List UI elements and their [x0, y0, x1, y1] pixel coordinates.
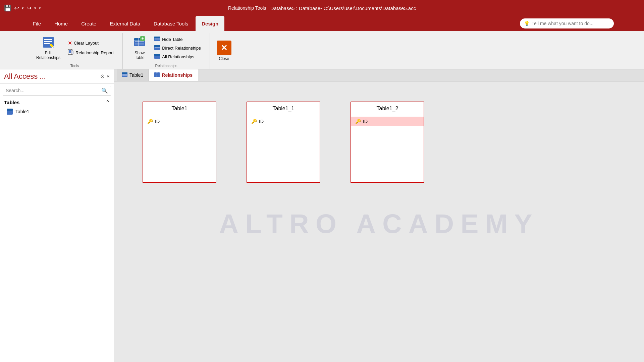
lightbulb-icon: 💡 [524, 21, 530, 26]
sidebar-menu-icon[interactable]: ⊙ [100, 73, 105, 79]
sidebar-item-table1[interactable]: Table1 [0, 107, 114, 116]
all-relationships-label: All Relationships [162, 54, 194, 59]
svg-rect-38 [122, 74, 127, 75]
db-table-table1-1[interactable]: Table1_1 🔑 ID [247, 102, 320, 183]
table1-1-id-field: ID [259, 119, 264, 124]
svg-rect-3 [44, 43, 50, 44]
ribbon-tab-create[interactable]: Create [75, 16, 102, 31]
show-table-button[interactable]: + ShowTable [129, 35, 150, 62]
table1-id-field: ID [155, 119, 160, 124]
sidebar: All Access ... ⊙ « 🔍 Tables ⌃ [0, 69, 114, 362]
tab-relationships[interactable]: Relationships [149, 69, 198, 81]
all-relationships-button[interactable]: All Relationships [152, 53, 203, 61]
ribbon-tab-database-tools[interactable]: Database Tools [148, 16, 194, 31]
direct-relationships-icon [154, 45, 160, 51]
svg-rect-12 [135, 41, 144, 42]
svg-rect-8 [69, 52, 71, 53]
svg-text:+: + [142, 36, 144, 41]
ribbon-tab-file[interactable]: File [27, 16, 47, 31]
svg-rect-39 [122, 75, 127, 76]
db-table-table1-2[interactable]: Table1_2 🔑 ID [351, 102, 424, 183]
relationship-report-button[interactable]: Relationship Report [66, 48, 116, 57]
tab-table1-icon [122, 72, 127, 78]
rel-tools-label: Relationship Tools [221, 0, 273, 16]
ribbon-tab-design[interactable]: Design [196, 16, 224, 31]
clear-layout-button[interactable]: ✕ Clear Layout [66, 39, 116, 47]
tables-chevron-icon: ⌃ [106, 100, 110, 105]
hide-table-label: Hide Table [162, 37, 182, 42]
db-title: Database5 : Database- C:\Users\user\Docu… [46, 5, 640, 11]
close-x-icon: ✕ [217, 41, 231, 55]
relationship-report-icon [68, 49, 74, 56]
svg-rect-35 [9, 109, 9, 115]
svg-rect-28 [155, 56, 160, 56]
show-table-label: ShowTable [135, 51, 145, 60]
close-group: ✕ Close [210, 33, 238, 69]
db-table-table1-2-header: Table1_2 [351, 102, 424, 115]
svg-rect-41 [154, 72, 157, 77]
svg-rect-40 [124, 72, 124, 77]
svg-rect-2 [44, 41, 52, 42]
ribbon-tab-external-data[interactable]: External Data [104, 16, 146, 31]
tab-table1-label: Table1 [129, 72, 143, 78]
quick-access-more[interactable]: ▾ [39, 6, 41, 10]
edit-relationships-label: EditRelationships [36, 51, 60, 60]
svg-rect-21 [155, 39, 160, 39]
relationship-report-label: Relationship Report [75, 50, 114, 55]
canvas-area: ALTRO ACADEMY Table1 🔑 ID Table1_1 [114, 81, 644, 362]
tab-relationships-icon [154, 72, 160, 78]
tab-relationships-label: Relationships [162, 72, 193, 78]
clear-layout-icon: ✕ [68, 40, 72, 46]
all-relationships-icon [154, 54, 160, 60]
key-icon-table1-2: 🔑 [355, 119, 361, 124]
db-table-table1-header: Table1 [143, 102, 216, 115]
relationships-group: + ShowTable [123, 33, 210, 69]
edit-relationships-button[interactable]: EditRelationships [34, 35, 63, 62]
tools-group: EditRelationships ✕ Clear Layout [27, 33, 123, 69]
sidebar-search-input[interactable] [3, 86, 99, 95]
direct-relationships-label: Direct Relationships [162, 46, 201, 51]
sidebar-search-button[interactable]: 🔍 [99, 86, 111, 95]
save-icon[interactable]: 💾 [4, 4, 11, 12]
tools-group-label: Tools [70, 64, 79, 69]
hide-table-button[interactable]: Hide Table [152, 36, 203, 44]
undo-icon[interactable]: ↩ [14, 4, 19, 12]
redo-dropdown-icon[interactable]: ▾ [34, 6, 36, 10]
db-table-table1-id-row[interactable]: 🔑 ID [143, 117, 216, 126]
svg-rect-1 [44, 39, 52, 40]
svg-rect-14 [135, 45, 144, 45]
svg-rect-22 [155, 40, 160, 40]
svg-rect-24 [154, 45, 160, 47]
close-label: Close [219, 56, 229, 61]
svg-rect-33 [7, 112, 12, 112]
undo-dropdown-icon[interactable]: ▾ [22, 6, 24, 10]
close-button[interactable]: ✕ Close [217, 41, 231, 61]
tables-label: Tables [4, 100, 19, 105]
svg-rect-20 [154, 37, 160, 38]
search-input[interactable] [532, 21, 610, 26]
search-bar[interactable]: 💡 [520, 18, 614, 28]
svg-rect-32 [7, 111, 12, 111]
table1-sidebar-label: Table1 [15, 109, 29, 114]
svg-rect-42 [157, 72, 160, 77]
table1-2-id-field: ID [363, 119, 368, 124]
key-icon-table1: 🔑 [147, 119, 153, 124]
key-icon-table1-1: 🔑 [251, 119, 257, 124]
redo-icon[interactable]: ↪ [26, 4, 32, 12]
db-table-table1[interactable]: Table1 🔑 ID [143, 102, 216, 183]
tab-table1[interactable]: Table1 [117, 69, 149, 81]
svg-rect-29 [155, 57, 160, 57]
sidebar-title: All Access ... [4, 72, 46, 81]
db-table-table1-2-id-row[interactable]: 🔑 ID [351, 117, 424, 126]
tables-section[interactable]: Tables ⌃ [0, 98, 114, 107]
svg-rect-13 [135, 43, 144, 44]
direct-relationships-button[interactable]: Direct Relationships [152, 44, 203, 52]
svg-rect-25 [155, 47, 160, 48]
watermark: ALTRO ACADEMY [219, 208, 539, 239]
hide-table-icon [154, 37, 160, 43]
ribbon-tab-home[interactable]: Home [48, 16, 74, 31]
svg-rect-37 [122, 72, 127, 74]
sidebar-collapse-icon[interactable]: « [107, 73, 110, 79]
db-table-table1-1-id-row[interactable]: 🔑 ID [247, 117, 320, 126]
db-table-table1-1-header: Table1_1 [247, 102, 320, 115]
